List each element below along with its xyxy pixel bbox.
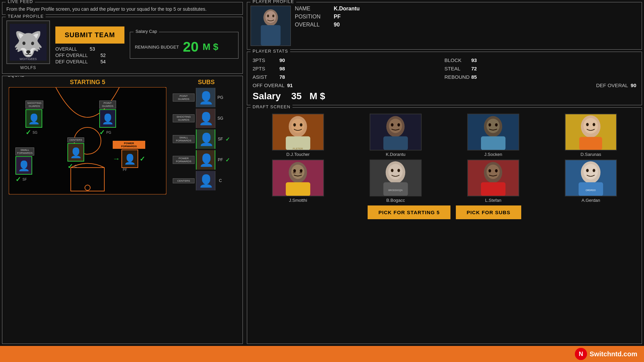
stat-asist: ASIST 78: [253, 74, 348, 80]
svg-text:ORDRDO: ORDRDO: [586, 189, 596, 191]
svg-point-56: [593, 123, 595, 126]
draft-card-agerdan[interactable]: ORDRDO A.Gerdan: [543, 160, 638, 203]
svg-point-69: [391, 169, 393, 172]
svg-text:👤: 👤: [199, 90, 214, 105]
svg-text:👤: 👤: [199, 174, 214, 188]
svg-text:👤: 👤: [18, 160, 30, 172]
svg-point-60: [291, 165, 305, 179]
stat-block: BLOCK 93: [444, 57, 540, 63]
profile-info: NAME K.Dorantu POSITION PF OVERALL 90: [295, 6, 638, 46]
svg-text:👤: 👤: [199, 153, 214, 167]
team-profile-label: TEAM PROFILE: [6, 14, 46, 19]
svg-text:👤: 👤: [102, 113, 114, 125]
stat-steal: STEAL 72: [444, 66, 540, 71]
player-profile-section: PLAYER PROFILE NAME K.Dorantu POSITION: [247, 2, 642, 50]
subs-column: SUBS POINTGUARDS 👤 PG SHOOTINGGUARDS 👤 S…: [173, 79, 240, 333]
c-position: CENTERS 👤 ✓ C: [67, 137, 84, 170]
bottom-bar: N Switchntd.com: [0, 346, 644, 362]
subs-label: SUBS: [173, 79, 240, 86]
svg-rect-57: [579, 137, 602, 150]
team-name: WOLFS: [20, 65, 36, 70]
draft-avatar-kdorantu: [370, 114, 422, 150]
svg-point-83: [593, 169, 595, 172]
brand-text: Switchntd.com: [590, 350, 637, 358]
svg-text:👤: 👤: [124, 153, 136, 165]
stat-3pts: 3PTS 90: [253, 57, 348, 63]
team-middle-info: SUBMIT TEAM OVERALL53 OFF OVERALL52 DEF …: [55, 26, 124, 64]
draft-buttons: PICK FOR STARTING 5 PICK FOR SUBS: [251, 205, 638, 219]
draft-card-djtoucher[interactable]: PLETER D.J.Toucher: [251, 114, 345, 157]
salary-cap-label: Salary Cap: [133, 29, 159, 34]
player-stats-section: PLAYER STATS 3PTS 90 BLOCK 93 2PTS 98 ST…: [247, 52, 642, 105]
svg-point-36: [293, 123, 296, 127]
draft-card-jsmotthi[interactable]: J.Smotthi: [251, 160, 345, 203]
stat-rebound: REBOUND 85: [444, 74, 540, 80]
svg-rect-78: [481, 182, 505, 196]
svg-text:N: N: [579, 351, 583, 357]
salary-row: Salary 35 M $: [253, 91, 636, 102]
svg-point-31: [267, 15, 269, 17]
draft-card-bbogacc[interactable]: BRODDIOQN B.Bogacc: [348, 160, 443, 203]
draft-card-kdorantu[interactable]: K.Dorantu: [348, 114, 443, 157]
draft-avatar-djtoucher: PLETER: [272, 114, 324, 150]
svg-point-37: [300, 123, 303, 127]
live-feed-text: From the Player Profile screen, you can …: [6, 6, 238, 12]
svg-point-35: [291, 119, 305, 133]
draft-card-jsocken[interactable]: J.Socken: [446, 114, 541, 157]
svg-point-76: [488, 169, 491, 173]
sub-row-pg: POINTGUARDS 👤 PG: [173, 88, 240, 107]
svg-point-32: [272, 15, 274, 17]
svg-rect-45: [383, 136, 408, 150]
svg-rect-51: [481, 136, 505, 150]
svg-text:👤: 👤: [199, 111, 214, 126]
draft-avatar-jsmotthi: [272, 160, 324, 196]
svg-point-54: [584, 118, 598, 134]
submit-team-button[interactable]: SUBMIT TEAM: [55, 26, 124, 44]
team-stats: OVERALL53 OFF OVERALL52 DEF OVERALL54: [55, 46, 124, 64]
live-feed-section: LIVE FEED From the Player Profile screen…: [2, 2, 243, 15]
svg-text:👤: 👤: [28, 113, 40, 125]
draft-card-lstefan[interactable]: L.Stefan: [446, 160, 541, 203]
overall-row: OFF OVERAL 91 DEF OVERAL 90: [253, 82, 636, 88]
svg-point-49: [488, 123, 491, 127]
sf-position: SMALLFORWARDS 👤 ✓ SF: [15, 147, 34, 183]
squad-label: SQUAD: [6, 76, 27, 78]
live-feed-label: LIVE FEED: [6, 0, 35, 4]
sub-row-pf: POWERFORWARDS 👤 PF ✓: [173, 150, 240, 170]
brand: N Switchntd.com: [575, 348, 637, 360]
sg-position: SHOOTINGGUARDS 👤 ✓ SG: [25, 101, 43, 136]
pick-subs-button[interactable]: PICK FOR SUBS: [456, 205, 521, 219]
draft-avatar-agerdan: ORDRDO: [565, 160, 617, 196]
player-stats-label: PLAYER STATS: [251, 49, 290, 54]
stat-2pts: 2PTS 98: [253, 66, 348, 71]
pick-starting-5-button[interactable]: PICK FOR STARTING 5: [368, 205, 450, 219]
svg-point-61: [293, 169, 296, 173]
draft-card-dsarunas[interactable]: D.Sarunas: [543, 114, 638, 157]
svg-point-43: [391, 123, 393, 127]
sub-row-c: CENTERS 👤 C: [173, 171, 240, 190]
svg-text:🐺: 🐺: [13, 30, 43, 58]
pf-position: POWERFORWARDS → 👤 ✓ PF: [113, 141, 145, 172]
remaining-budget-row: REMAINING BUDGET 20 M $: [135, 39, 233, 55]
svg-point-42: [389, 119, 402, 133]
squad-section: SQUAD STARTING 5: [2, 76, 243, 344]
svg-point-62: [300, 169, 303, 173]
pg-position: POINTGUARDS 👤 ✓ PG: [99, 101, 116, 136]
svg-rect-65: [286, 182, 310, 196]
svg-point-82: [586, 169, 589, 172]
svg-point-81: [584, 164, 598, 180]
draft-screen-section: DRAFT SCREEN PLETER D.J.Touch: [247, 107, 642, 344]
draft-avatar-dsarunas: [565, 114, 617, 150]
draft-grid: PLETER D.J.Toucher: [251, 114, 638, 203]
player-photo: [251, 6, 291, 46]
svg-point-44: [397, 123, 400, 127]
budget-amount: 20: [183, 39, 199, 55]
starting5-label: STARTING 5: [70, 79, 105, 86]
salary-cap-box: Salary Cap REMAINING BUDGET 20 M $: [130, 32, 238, 59]
sub-row-sf: SMALLFORWARDS 👤 SF ✓: [173, 129, 240, 149]
svg-rect-64: [300, 172, 302, 173]
svg-text:👤: 👤: [70, 147, 82, 159]
draft-avatar-bbogacc: BRODDIOQN: [370, 160, 422, 196]
player-profile-label: PLAYER PROFILE: [251, 0, 296, 4]
svg-rect-29: [261, 25, 281, 46]
